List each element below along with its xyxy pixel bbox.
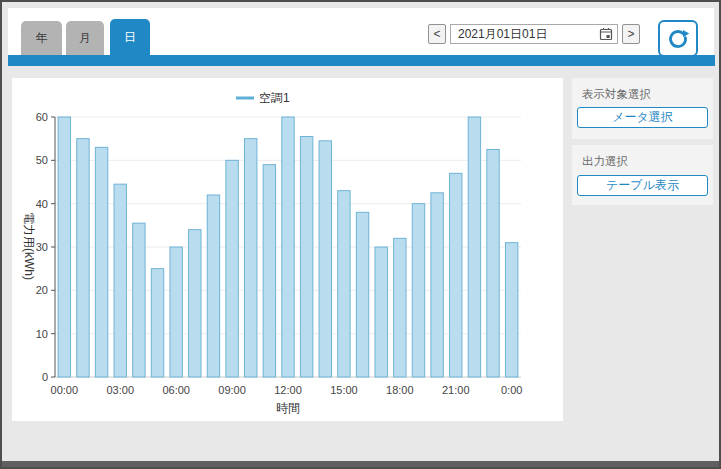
date-field-wrapper (450, 24, 618, 44)
app-window: 年 月 日 < > 010203040506000:0003:0006:0009… (0, 0, 721, 469)
chart-card: 010203040506000:0003:0006:0009:0012:0015… (12, 78, 563, 421)
date-input[interactable] (451, 25, 617, 43)
svg-text:03:00: 03:00 (106, 384, 134, 396)
tab-month[interactable]: 月 (66, 21, 104, 55)
svg-text:20: 20 (36, 284, 48, 296)
svg-text:30: 30 (36, 241, 48, 253)
svg-text:50: 50 (36, 154, 48, 166)
svg-text:12:00: 12:00 (274, 384, 302, 396)
svg-text:18:00: 18:00 (386, 384, 414, 396)
svg-text:0: 0 (42, 371, 48, 383)
svg-text:時間: 時間 (276, 401, 300, 415)
next-date-button[interactable]: > (622, 24, 640, 44)
tab-year[interactable]: 年 (21, 21, 62, 55)
window-bottom-edge (2, 461, 719, 467)
svg-text:21:00: 21:00 (442, 384, 470, 396)
svg-text:60: 60 (36, 111, 48, 123)
display-target-title: 表示対象選択 (572, 78, 713, 102)
toolbar: 年 月 日 < > (8, 8, 714, 55)
svg-text:電力用(kWh): 電力用(kWh) (22, 212, 36, 280)
display-target-panel: 表示対象選択 メータ選択 (572, 78, 713, 139)
svg-text:15:00: 15:00 (330, 384, 358, 396)
output-select-title: 出力選択 (572, 145, 713, 169)
bar-chart: 010203040506000:0003:0006:0009:0012:0015… (12, 78, 563, 421)
calendar-icon[interactable] (599, 27, 613, 41)
accent-stripe (8, 55, 715, 66)
refresh-icon (666, 27, 690, 51)
meter-select-button[interactable]: メータ選択 (577, 107, 708, 128)
svg-text:空調1: 空調1 (259, 91, 290, 105)
svg-text:0:00: 0:00 (501, 384, 522, 396)
previous-date-button[interactable]: < (428, 24, 446, 44)
svg-text:10: 10 (36, 328, 48, 340)
svg-text:09:00: 09:00 (218, 384, 246, 396)
svg-text:40: 40 (36, 198, 48, 210)
refresh-button[interactable] (658, 20, 698, 57)
output-select-panel: 出力選択 テーブル表示 (572, 145, 713, 205)
svg-text:00:00: 00:00 (51, 384, 79, 396)
table-view-button[interactable]: テーブル表示 (577, 175, 708, 196)
tab-day[interactable]: 日 (110, 19, 150, 55)
svg-text:06:00: 06:00 (162, 384, 190, 396)
